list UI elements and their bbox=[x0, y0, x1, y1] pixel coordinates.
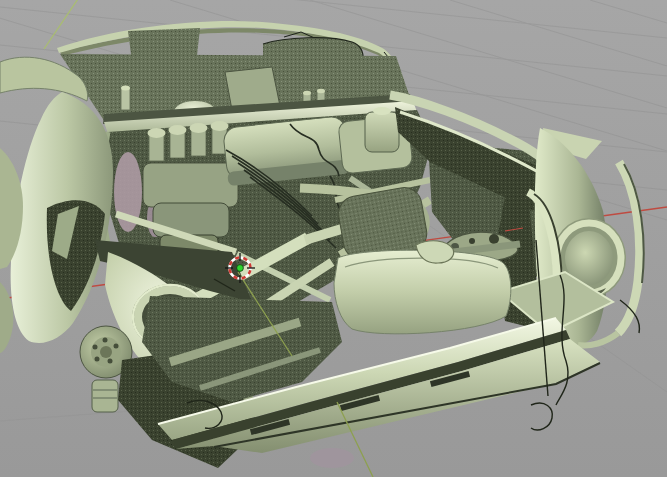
3d-viewport[interactable] bbox=[0, 0, 667, 477]
coolant-tank bbox=[365, 112, 399, 152]
object-origin-dot bbox=[237, 265, 244, 272]
